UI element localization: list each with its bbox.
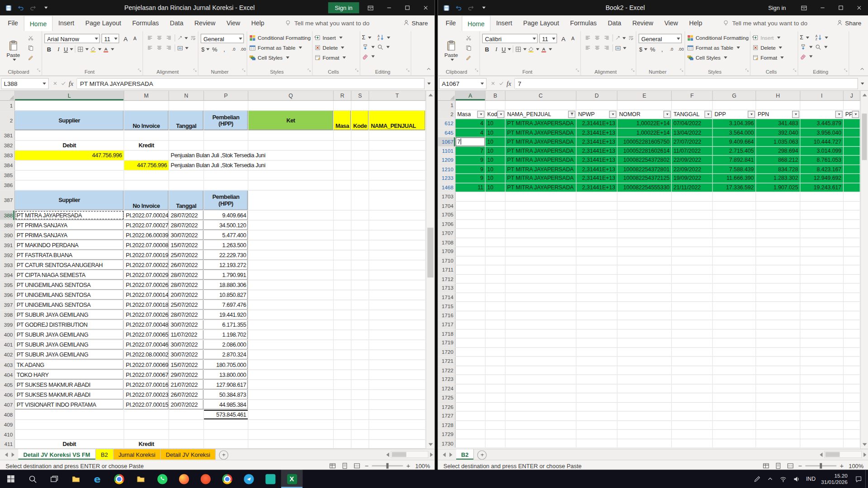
cell-E1704[interactable] (618, 202, 672, 210)
cell-P406[interactable]: 50.384.873 (204, 390, 248, 399)
cell-J1[interactable] (844, 101, 860, 109)
cell-S392[interactable] (351, 250, 369, 260)
cell-T381[interactable] (369, 131, 426, 140)
row-header-1067[interactable]: 1067 (438, 137, 456, 146)
ribbon-display-options-button[interactable] (795, 0, 813, 15)
cell-J1730[interactable] (844, 439, 860, 448)
cell-R403[interactable] (334, 360, 351, 370)
cell-E1709[interactable] (618, 247, 672, 256)
menu-tab-file[interactable]: File (2, 15, 24, 31)
cell-styles-button[interactable]: Cell Styles (249, 52, 311, 62)
cell-C1724[interactable] (505, 384, 576, 393)
cell-I1709[interactable] (800, 247, 844, 256)
cell-R390[interactable] (334, 230, 351, 240)
cell-B1722[interactable] (486, 366, 505, 375)
row-header-405[interactable]: 405 (0, 380, 15, 389)
cell-D1709[interactable] (576, 247, 618, 256)
number-format-combo[interactable]: General (638, 34, 682, 43)
cell-H1729[interactable] (756, 430, 800, 438)
cell-N401[interactable]: 30/07/2022 (169, 340, 204, 350)
row-header-391[interactable]: 391 (0, 240, 15, 250)
cell-H1719[interactable] (756, 338, 800, 347)
scrollbar-thumb[interactable] (862, 113, 867, 160)
share-button[interactable]: Share (832, 19, 866, 27)
cell-R1[interactable] (334, 101, 351, 110)
cell-I1705[interactable] (800, 211, 844, 219)
column-header-M[interactable]: M (124, 91, 169, 100)
taskbar-folder-button[interactable] (130, 470, 151, 488)
decrease-decimal-button[interactable]: .00 (238, 45, 248, 53)
row-header-385[interactable]: 385 (0, 171, 15, 180)
cell-R400[interactable] (334, 330, 351, 340)
cell-C1[interactable] (505, 101, 576, 109)
cell-T410[interactable] (369, 430, 426, 439)
cell-N2[interactable]: Tanggal (169, 111, 204, 130)
sheet-tab-detail-jv-koreksi-vs-fm[interactable]: Detail JV Koreksi VS FM (18, 449, 95, 460)
cell-C1717[interactable] (505, 320, 576, 329)
taskbar-chrome-2-button[interactable] (216, 470, 238, 488)
cell-J1722[interactable] (844, 366, 860, 375)
cell-L1[interactable] (15, 101, 124, 110)
row-header-1711[interactable]: 1711 (438, 265, 456, 274)
increase-decimal-button[interactable]: .0 (229, 45, 238, 53)
dialog-launcher-icon[interactable] (193, 65, 198, 75)
cell-R388[interactable] (334, 211, 351, 220)
cell-I1730[interactable] (800, 439, 844, 448)
cell-D1718[interactable] (576, 329, 618, 338)
cell-I1711[interactable] (800, 265, 844, 274)
qat-customize-icon[interactable] (477, 0, 489, 15)
sort-filter-button[interactable]: AZ (815, 33, 828, 42)
cell-S384[interactable] (351, 161, 369, 170)
cell-E1720[interactable] (618, 347, 672, 356)
cell-G1707[interactable] (713, 229, 756, 237)
cell-F612[interactable]: 07/04/2022 (672, 119, 713, 128)
filter-button-C[interactable] (568, 111, 576, 118)
cell-D1703[interactable] (576, 192, 618, 201)
row-header-406[interactable]: 406 (0, 390, 15, 399)
cell-S396[interactable] (351, 290, 369, 300)
cell-N386[interactable] (169, 181, 204, 190)
format-painter-button[interactable] (26, 54, 36, 62)
cell-H1726[interactable] (756, 403, 800, 411)
format-as-table-button[interactable]: Format as Table (687, 42, 749, 52)
clock[interactable]: 15.2031/01/2026 (818, 472, 852, 485)
cell-A1709[interactable] (456, 247, 486, 256)
dialog-launcher-icon[interactable] (37, 65, 41, 75)
show-hidden-icons-button[interactable] (764, 475, 777, 483)
row-header-386[interactable]: 386 (0, 181, 15, 190)
cell-C1726[interactable] (505, 403, 576, 411)
cell-M405[interactable]: PI.2022.07.00016 (124, 380, 169, 389)
save-icon[interactable] (3, 0, 14, 15)
cell-C1708[interactable] (505, 238, 576, 247)
cell-B1705[interactable] (486, 211, 505, 219)
cell-A1468[interactable]: 11 (456, 183, 486, 192)
cell-G1710[interactable] (713, 256, 756, 265)
cell-P393[interactable]: 12.193.272 (204, 260, 248, 270)
cell-B1101[interactable]: 10 (486, 146, 505, 155)
font-name-combo[interactable]: Calibri (482, 34, 538, 43)
row-header-389[interactable]: 389 (0, 221, 15, 230)
font-name-combo[interactable]: Arial Narrow (44, 34, 100, 43)
cell-B1721[interactable] (486, 357, 505, 365)
formula-bar-expand-icon[interactable] (861, 82, 864, 84)
cell-C1716[interactable] (505, 311, 576, 319)
cell-J1713[interactable] (844, 284, 860, 292)
cell-G1468[interactable]: 17.336.592 (713, 183, 756, 192)
cell-B1704[interactable] (486, 202, 505, 210)
cell-M408[interactable] (124, 410, 169, 419)
cell-P397[interactable]: 7.697.476 (204, 300, 248, 310)
row-header-1704[interactable]: 1704 (438, 202, 456, 210)
taskbar-firefox-button[interactable] (173, 470, 195, 488)
cell-J1707[interactable] (844, 229, 860, 237)
h-scroll-left-icon[interactable] (820, 452, 822, 457)
cell-N396[interactable]: 20/07/2022 (169, 290, 204, 300)
cell-S388[interactable] (351, 211, 369, 220)
insert-function-button[interactable]: fx (69, 80, 73, 87)
cell-J1704[interactable] (844, 202, 860, 210)
font-size-combo[interactable]: 11 (539, 34, 557, 43)
cell-I1703[interactable] (800, 192, 844, 201)
cell-B1710[interactable] (486, 256, 505, 265)
cell-M402[interactable]: PI.2022.08.00002 (124, 350, 169, 360)
cell-L409[interactable] (15, 420, 124, 429)
scroll-up-button[interactable] (426, 91, 434, 99)
